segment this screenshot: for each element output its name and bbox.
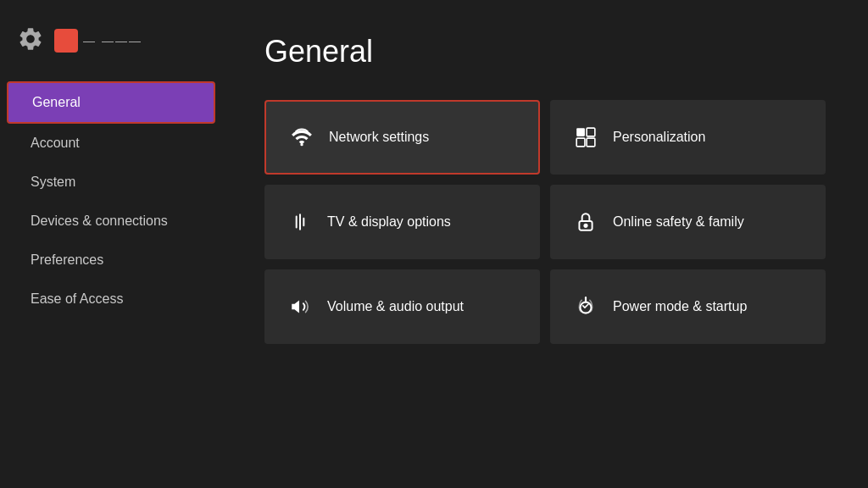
page-title: General (264, 34, 826, 69)
power-icon (574, 295, 598, 319)
tile-network-label: Network settings (329, 130, 429, 145)
sidebar-header: — ——— (0, 17, 222, 81)
tile-online-safety[interactable]: Online safety & family (550, 185, 826, 259)
tile-volume-audio[interactable]: Volume & audio output (264, 269, 540, 344)
gear-icon (17, 25, 44, 56)
sidebar: — ——— General Account System Devices & c… (0, 0, 222, 488)
lock-icon (574, 210, 598, 234)
display-icon (288, 210, 312, 234)
sidebar-item-devices[interactable]: Devices & connections (7, 202, 215, 241)
tile-tv-display[interactable]: TV & display options (264, 185, 540, 259)
audio-icon (288, 295, 312, 319)
svg-point-6 (584, 225, 587, 227)
svg-rect-4 (587, 138, 595, 147)
username-text: — ——— (83, 34, 142, 47)
sidebar-item-system[interactable]: System (7, 163, 215, 202)
network-icon (290, 125, 314, 149)
tile-power-label: Power mode & startup (613, 299, 747, 314)
tile-personalization[interactable]: Personalization (550, 100, 826, 175)
tile-power-mode[interactable]: Power mode & startup (550, 269, 826, 344)
sidebar-item-preferences[interactable]: Preferences (7, 241, 215, 280)
svg-rect-2 (587, 128, 595, 136)
settings-grid: Network settings Personalization TV & (264, 100, 826, 344)
svg-point-0 (300, 143, 303, 146)
avatar (54, 29, 78, 53)
personalization-icon (574, 125, 598, 149)
sidebar-item-account[interactable]: Account (7, 124, 215, 163)
tile-safety-label: Online safety & family (613, 214, 744, 230)
sidebar-item-general[interactable]: General (7, 81, 215, 124)
tile-network-settings[interactable]: Network settings (264, 100, 540, 175)
sidebar-nav: General Account System Devices & connect… (0, 81, 222, 319)
tile-tv-label: TV & display options (327, 214, 451, 230)
tile-personalization-label: Personalization (613, 130, 705, 145)
svg-rect-3 (576, 138, 585, 147)
avatar-block: — ——— (54, 29, 142, 53)
main-content: General Network settings (222, 0, 868, 488)
sidebar-item-ease-of-access[interactable]: Ease of Access (7, 280, 215, 319)
svg-rect-1 (576, 128, 585, 136)
tile-audio-label: Volume & audio output (327, 299, 464, 314)
